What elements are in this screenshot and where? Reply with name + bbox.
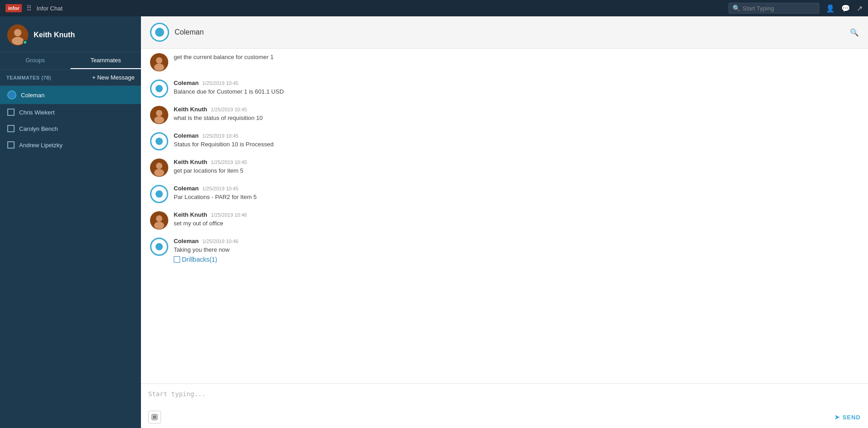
drillback-link[interactable]: Drillbacks(1) xyxy=(174,256,217,263)
msg-text-partial: get the current balance for customer 1 xyxy=(174,54,274,60)
svg-point-14 xyxy=(154,222,164,229)
search-bar[interactable]: 🔍 xyxy=(728,3,819,14)
message-row-keith-1: Keith Knuth 1/25/2019 10:45 what is the … xyxy=(150,106,859,124)
infor-logo: infor xyxy=(5,4,22,12)
msg-meta-keith-3: Keith Knuth 1/25/2019 10:46 xyxy=(174,211,247,218)
contact-name-andrew: Andrew Lipetzky xyxy=(19,142,62,149)
msg-text-keith-3: set my out of office xyxy=(174,220,223,227)
chat-input-area: ➤ SEND xyxy=(141,383,868,428)
msg-sender-keith-2: Keith Knuth xyxy=(174,159,207,165)
contact-item-carolyn[interactable]: Carolyn Bench xyxy=(0,120,141,137)
msg-text-coleman-3: Par Locations - PAR2 for Item 5 xyxy=(174,194,257,200)
send-button[interactable]: ➤ SEND xyxy=(834,413,861,421)
msg-avatar-keith-1 xyxy=(150,106,168,124)
msg-time-keith-3: 1/25/2019 10:46 xyxy=(211,212,247,218)
contact-status-icon-coleman xyxy=(7,90,16,100)
svg-point-2 xyxy=(12,37,24,45)
contact-status-icon-chris xyxy=(7,109,15,116)
msg-sender-coleman-2: Coleman xyxy=(174,132,199,139)
bot-avatar-header xyxy=(150,23,169,42)
message-row-coleman-4: Coleman 1/25/2019 10:46 Taking you there… xyxy=(150,238,859,264)
contact-status-icon-carolyn xyxy=(7,125,15,132)
drillback-label: Drillbacks(1) xyxy=(182,256,217,263)
svg-point-5 xyxy=(154,64,164,71)
send-label: SEND xyxy=(843,414,861,421)
msg-avatar-keith-3 xyxy=(150,211,168,229)
msg-body-coleman-4: Coleman 1/25/2019 10:46 Taking you there… xyxy=(174,238,238,264)
msg-meta-keith-2: Keith Knuth 1/25/2019 10:45 xyxy=(174,159,247,165)
chat-icon[interactable]: 💬 xyxy=(841,4,850,13)
user-icon[interactable]: 👤 xyxy=(826,4,835,13)
attach-icon[interactable] xyxy=(148,411,161,423)
svg-point-11 xyxy=(154,169,164,176)
msg-sender-keith-1: Keith Knuth xyxy=(174,106,207,113)
msg-meta-coleman-4: Coleman 1/25/2019 10:46 xyxy=(174,238,238,244)
contact-name-coleman: Coleman xyxy=(21,92,45,99)
top-bar: infor ⠿ Infor Chat 🔍 👤 💬 ↗ xyxy=(0,0,868,16)
send-icon: ➤ xyxy=(834,413,840,421)
top-bar-right: 🔍 👤 💬 ↗ xyxy=(728,3,863,14)
msg-body-partial: get the current balance for customer 1 xyxy=(174,53,274,61)
tab-teammates[interactable]: Teammates xyxy=(70,52,141,69)
message-input[interactable] xyxy=(148,388,861,407)
msg-time-coleman-2: 1/25/2019 10:45 xyxy=(202,133,239,139)
tab-groups[interactable]: Groups xyxy=(0,52,70,69)
msg-sender-coleman-3: Coleman xyxy=(174,185,199,192)
chat-header: Coleman 🔍 xyxy=(141,16,868,49)
grid-icon[interactable]: ⠿ xyxy=(26,4,32,13)
drillback-icon xyxy=(174,256,180,263)
contact-item-andrew[interactable]: Andrew Lipetzky xyxy=(0,137,141,153)
msg-meta-coleman-2: Coleman 1/25/2019 10:45 xyxy=(174,132,274,139)
contact-name-carolyn: Carolyn Bench xyxy=(19,125,58,132)
sidebar-header: Keith Knuth xyxy=(0,16,141,52)
message-row-coleman-2: Coleman 1/25/2019 10:45 Status for Requi… xyxy=(150,132,859,150)
msg-text-keith-2: get par locations for item 5 xyxy=(174,167,243,174)
search-icon: 🔍 xyxy=(733,5,740,12)
bot-avatar-inner-2 xyxy=(155,137,164,146)
messages-container: get the current balance for customer 1 C… xyxy=(141,49,868,383)
svg-point-7 xyxy=(156,110,162,116)
contact-name-chris: Chris Wiekert xyxy=(19,109,55,116)
bot-avatar-inner-1 xyxy=(155,84,164,93)
share-icon[interactable]: ↗ xyxy=(857,4,863,13)
msg-meta-keith-1: Keith Knuth 1/25/2019 10:45 xyxy=(174,106,263,113)
contact-item-coleman[interactable]: Coleman xyxy=(0,86,141,104)
contact-status-icon-andrew xyxy=(7,141,15,149)
search-input[interactable] xyxy=(743,5,815,12)
contact-list: Coleman Chris Wiekert Carolyn Bench Andr… xyxy=(0,86,141,428)
chat-header-left: Coleman xyxy=(150,23,204,42)
msg-body-keith-3: Keith Knuth 1/25/2019 10:46 set my out o… xyxy=(174,211,247,228)
msg-avatar-keith-2 xyxy=(150,159,168,177)
msg-text-coleman-1: Balance due for Customer 1 is 601.1 USD xyxy=(174,88,284,95)
msg-body-keith-2: Keith Knuth 1/25/2019 10:45 get par loca… xyxy=(174,159,247,175)
msg-time-coleman-3: 1/25/2019 10:45 xyxy=(202,186,239,191)
msg-body-coleman-2: Coleman 1/25/2019 10:45 Status for Requi… xyxy=(174,132,274,149)
chat-search-icon[interactable]: 🔍 xyxy=(850,28,859,37)
msg-avatar-bot-2 xyxy=(150,132,168,150)
svg-point-13 xyxy=(156,215,162,222)
svg-point-4 xyxy=(156,57,162,64)
msg-body-coleman-1: Coleman 1/25/2019 10:45 Balance due for … xyxy=(174,80,284,96)
msg-avatar-user-partial xyxy=(150,53,168,71)
svg-rect-16 xyxy=(153,415,156,419)
top-bar-left: infor ⠿ Infor Chat xyxy=(5,4,63,13)
message-row-keith-3: Keith Knuth 1/25/2019 10:46 set my out o… xyxy=(150,211,859,229)
message-row-partial: get the current balance for customer 1 xyxy=(150,53,859,71)
msg-time-keith-1: 1/25/2019 10:45 xyxy=(211,107,247,112)
svg-point-10 xyxy=(156,163,162,169)
msg-avatar-bot-1 xyxy=(150,80,168,98)
svg-point-8 xyxy=(154,116,164,124)
contact-item-chris[interactable]: Chris Wiekert xyxy=(0,104,141,120)
app-title: Infor Chat xyxy=(36,5,62,12)
msg-time-coleman-4: 1/25/2019 10:46 xyxy=(202,239,239,244)
chat-input-bottom: ➤ SEND xyxy=(148,411,861,423)
new-message-button[interactable]: + New Message xyxy=(92,74,135,81)
msg-time-keith-2: 1/25/2019 10:45 xyxy=(211,159,247,165)
msg-avatar-bot-3 xyxy=(150,185,168,203)
chat-recipient-name: Coleman xyxy=(175,28,204,36)
online-indicator xyxy=(23,40,27,45)
msg-sender-coleman-4: Coleman xyxy=(174,238,199,244)
sidebar-action-bar: TEAMMATES (78) + New Message xyxy=(0,70,141,86)
chat-area: Coleman 🔍 get the current balance for cu… xyxy=(141,16,868,428)
msg-text-coleman-4: Taking you there now xyxy=(174,246,238,254)
